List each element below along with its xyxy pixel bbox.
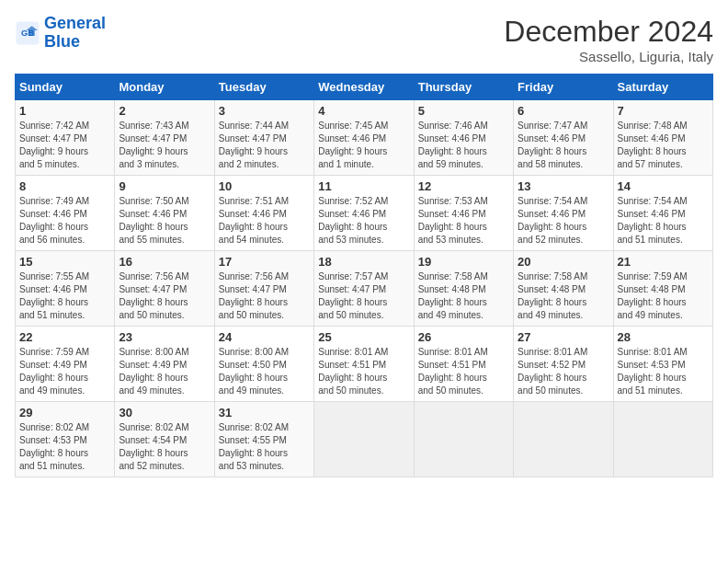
- calendar-cell: [613, 402, 712, 477]
- day-info: Sunrise: 7:45 AM Sunset: 4:46 PM Dayligh…: [318, 120, 409, 171]
- calendar-cell: 26Sunrise: 8:01 AM Sunset: 4:51 PM Dayli…: [414, 327, 513, 402]
- calendar-cell: 1Sunrise: 7:42 AM Sunset: 4:47 PM Daylig…: [16, 100, 115, 176]
- day-info: Sunrise: 7:46 AM Sunset: 4:46 PM Dayligh…: [418, 120, 509, 171]
- day-info: Sunrise: 7:44 AM Sunset: 4:47 PM Dayligh…: [219, 120, 310, 171]
- month-title: December 2024: [504, 15, 713, 49]
- day-info: Sunrise: 7:59 AM Sunset: 4:49 PM Dayligh…: [19, 346, 110, 397]
- calendar-cell: [514, 402, 613, 477]
- day-info: Sunrise: 8:02 AM Sunset: 4:55 PM Dayligh…: [219, 421, 310, 473]
- day-number: 10: [219, 179, 310, 193]
- day-info: Sunrise: 7:47 AM Sunset: 4:46 PM Dayligh…: [518, 120, 609, 171]
- location-subtitle: Sassello, Liguria, Italy: [504, 49, 713, 64]
- calendar-cell: 15Sunrise: 7:55 AM Sunset: 4:46 PM Dayli…: [16, 251, 115, 327]
- day-number: 31: [219, 406, 310, 419]
- day-info: Sunrise: 7:53 AM Sunset: 4:46 PM Dayligh…: [418, 195, 509, 247]
- calendar-cell: 12Sunrise: 7:53 AM Sunset: 4:46 PM Dayli…: [414, 176, 513, 251]
- calendar-cell: 28Sunrise: 8:01 AM Sunset: 4:53 PM Dayli…: [613, 327, 712, 402]
- day-number: 1: [19, 104, 110, 118]
- day-info: Sunrise: 8:01 AM Sunset: 4:51 PM Dayligh…: [318, 346, 409, 397]
- day-number: 17: [219, 255, 310, 269]
- calendar-cell: 10Sunrise: 7:51 AM Sunset: 4:46 PM Dayli…: [214, 176, 313, 251]
- day-number: 22: [19, 330, 110, 344]
- day-number: 14: [618, 179, 709, 193]
- calendar-cell: 3Sunrise: 7:44 AM Sunset: 4:47 PM Daylig…: [214, 100, 313, 176]
- day-number: 11: [318, 179, 409, 193]
- day-info: Sunrise: 8:01 AM Sunset: 4:53 PM Dayligh…: [618, 346, 709, 397]
- day-number: 13: [518, 179, 609, 193]
- day-info: Sunrise: 8:01 AM Sunset: 4:52 PM Dayligh…: [518, 346, 609, 397]
- day-number: 18: [318, 255, 409, 269]
- day-info: Sunrise: 8:02 AM Sunset: 4:53 PM Dayligh…: [19, 421, 110, 473]
- day-number: 9: [119, 179, 210, 193]
- calendar-cell: 9Sunrise: 7:50 AM Sunset: 4:46 PM Daylig…: [115, 176, 214, 251]
- day-info: Sunrise: 7:49 AM Sunset: 4:46 PM Dayligh…: [19, 195, 110, 247]
- calendar-cell: 4Sunrise: 7:45 AM Sunset: 4:46 PM Daylig…: [314, 100, 414, 176]
- day-number: 2: [119, 104, 210, 118]
- logo-line2: Blue: [44, 32, 80, 51]
- calendar-cell: 27Sunrise: 8:01 AM Sunset: 4:52 PM Dayli…: [514, 327, 613, 402]
- day-number: 24: [219, 330, 310, 344]
- calendar-cell: 22Sunrise: 7:59 AM Sunset: 4:49 PM Dayli…: [16, 327, 115, 402]
- day-info: Sunrise: 7:51 AM Sunset: 4:46 PM Dayligh…: [219, 195, 310, 247]
- weekday-header-tuesday: Tuesday: [214, 75, 313, 100]
- calendar-table: SundayMondayTuesdayWednesdayThursdayFrid…: [15, 74, 713, 477]
- calendar-cell: 7Sunrise: 7:48 AM Sunset: 4:46 PM Daylig…: [613, 100, 712, 176]
- day-number: 21: [618, 255, 709, 269]
- day-info: Sunrise: 8:01 AM Sunset: 4:51 PM Dayligh…: [418, 346, 509, 397]
- day-info: Sunrise: 7:42 AM Sunset: 4:47 PM Dayligh…: [19, 120, 110, 171]
- day-info: Sunrise: 7:48 AM Sunset: 4:46 PM Dayligh…: [618, 120, 709, 171]
- day-info: Sunrise: 7:52 AM Sunset: 4:46 PM Dayligh…: [318, 195, 409, 247]
- calendar-cell: [414, 402, 513, 477]
- calendar-cell: 24Sunrise: 8:00 AM Sunset: 4:50 PM Dayli…: [214, 327, 313, 402]
- logo-text: General Blue: [44, 15, 106, 52]
- day-info: Sunrise: 7:43 AM Sunset: 4:47 PM Dayligh…: [119, 120, 210, 171]
- calendar-cell: 2Sunrise: 7:43 AM Sunset: 4:47 PM Daylig…: [115, 100, 214, 176]
- weekday-header-friday: Friday: [514, 75, 613, 100]
- day-info: Sunrise: 7:55 AM Sunset: 4:46 PM Dayligh…: [19, 270, 110, 322]
- calendar-cell: 29Sunrise: 8:02 AM Sunset: 4:53 PM Dayli…: [16, 402, 115, 477]
- day-info: Sunrise: 7:57 AM Sunset: 4:47 PM Dayligh…: [318, 270, 409, 322]
- week-row-5: 29Sunrise: 8:02 AM Sunset: 4:53 PM Dayli…: [16, 402, 713, 477]
- day-number: 12: [418, 179, 509, 193]
- calendar-cell: 17Sunrise: 7:56 AM Sunset: 4:47 PM Dayli…: [214, 251, 313, 327]
- day-number: 19: [418, 255, 509, 269]
- weekday-header-wednesday: Wednesday: [314, 75, 414, 100]
- day-info: Sunrise: 7:54 AM Sunset: 4:46 PM Dayligh…: [518, 195, 609, 247]
- calendar-cell: 8Sunrise: 7:49 AM Sunset: 4:46 PM Daylig…: [16, 176, 115, 251]
- day-number: 26: [418, 330, 509, 344]
- day-info: Sunrise: 8:02 AM Sunset: 4:54 PM Dayligh…: [119, 421, 210, 473]
- day-number: 16: [119, 255, 210, 269]
- weekday-header-row: SundayMondayTuesdayWednesdayThursdayFrid…: [16, 75, 713, 100]
- calendar-cell: 6Sunrise: 7:47 AM Sunset: 4:46 PM Daylig…: [514, 100, 613, 176]
- calendar-cell: 11Sunrise: 7:52 AM Sunset: 4:46 PM Dayli…: [314, 176, 414, 251]
- calendar-cell: 19Sunrise: 7:58 AM Sunset: 4:48 PM Dayli…: [414, 251, 513, 327]
- calendar-cell: 20Sunrise: 7:58 AM Sunset: 4:48 PM Dayli…: [514, 251, 613, 327]
- day-number: 25: [318, 330, 409, 344]
- calendar-cell: 23Sunrise: 8:00 AM Sunset: 4:49 PM Dayli…: [115, 327, 214, 402]
- calendar-cell: 5Sunrise: 7:46 AM Sunset: 4:46 PM Daylig…: [414, 100, 513, 176]
- day-number: 28: [618, 330, 709, 344]
- day-number: 23: [119, 330, 210, 344]
- day-number: 27: [518, 330, 609, 344]
- calendar-cell: 18Sunrise: 7:57 AM Sunset: 4:47 PM Dayli…: [314, 251, 414, 327]
- day-number: 30: [119, 406, 210, 419]
- day-number: 8: [19, 179, 110, 193]
- week-row-2: 8Sunrise: 7:49 AM Sunset: 4:46 PM Daylig…: [16, 176, 713, 251]
- day-info: Sunrise: 7:59 AM Sunset: 4:48 PM Dayligh…: [618, 270, 709, 322]
- day-info: Sunrise: 7:58 AM Sunset: 4:48 PM Dayligh…: [418, 270, 509, 322]
- weekday-header-sunday: Sunday: [16, 75, 115, 100]
- day-info: Sunrise: 7:50 AM Sunset: 4:46 PM Dayligh…: [119, 195, 210, 247]
- day-number: 4: [318, 104, 409, 118]
- day-info: Sunrise: 8:00 AM Sunset: 4:49 PM Dayligh…: [119, 346, 210, 397]
- logo-icon: GB: [15, 20, 40, 46]
- logo: GB General Blue: [15, 15, 106, 52]
- day-number: 5: [418, 104, 509, 118]
- day-info: Sunrise: 7:58 AM Sunset: 4:48 PM Dayligh…: [518, 270, 609, 322]
- week-row-3: 15Sunrise: 7:55 AM Sunset: 4:46 PM Dayli…: [16, 251, 713, 327]
- calendar-cell: 21Sunrise: 7:59 AM Sunset: 4:48 PM Dayli…: [613, 251, 712, 327]
- day-number: 3: [219, 104, 310, 118]
- day-number: 15: [19, 255, 110, 269]
- day-number: 20: [518, 255, 609, 269]
- weekday-header-saturday: Saturday: [613, 75, 712, 100]
- logo-line1: General: [44, 14, 106, 32]
